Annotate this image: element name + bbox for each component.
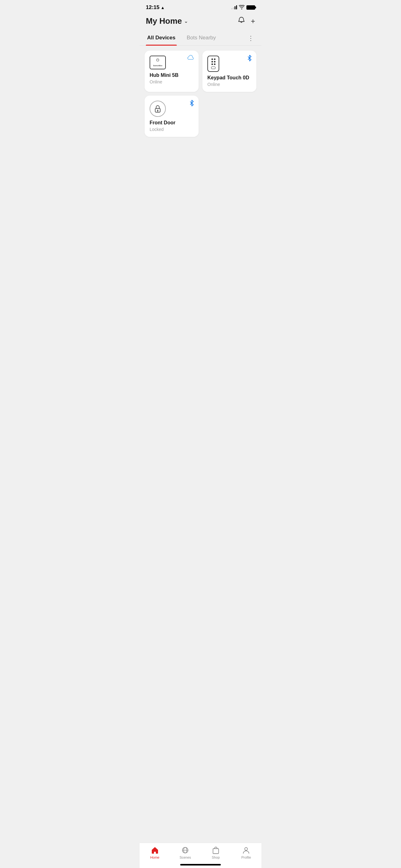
device-card-hub-mini[interactable]: SwitchBot Hub Mini 5B Online xyxy=(144,51,199,92)
hub-mini-icon-area: SwitchBot xyxy=(149,56,194,69)
bluetooth-connectivity-icon-keypad xyxy=(247,55,252,63)
chevron-down-icon: ⌄ xyxy=(184,18,188,24)
home-title-text: My Home xyxy=(146,16,182,26)
signal-strength xyxy=(231,6,237,9)
time-display: 12:15 xyxy=(146,4,159,11)
tab-bots-nearby[interactable]: Bots Nearby xyxy=(186,31,218,45)
front-door-icon-area xyxy=(149,101,194,117)
status-right-icons xyxy=(231,5,255,10)
front-door-name: Front Door xyxy=(149,120,194,126)
more-options-icon[interactable]: ⋮ xyxy=(246,32,255,44)
keypad-name: Keypad Touch 0D xyxy=(207,75,252,81)
add-device-icon[interactable]: + xyxy=(251,17,255,26)
device-card-front-door[interactable]: Front Door Locked xyxy=(144,96,199,137)
bluetooth-connectivity-icon-door xyxy=(189,100,194,108)
status-bar: 12:15 ▲ xyxy=(140,0,261,13)
battery-icon xyxy=(246,5,255,10)
hub-mini-name: Hub Mini 5B xyxy=(149,72,194,78)
header-actions: + xyxy=(238,17,255,26)
app-header: My Home ⌄ + xyxy=(140,13,261,31)
hub-mini-device-icon: SwitchBot xyxy=(149,56,166,69)
wifi-icon xyxy=(239,5,244,10)
front-door-status: Locked xyxy=(149,127,194,132)
device-tabs: All Devices Bots Nearby ⋮ xyxy=(140,31,261,45)
device-grid: SwitchBot Hub Mini 5B Online xyxy=(140,45,261,142)
tab-all-devices[interactable]: All Devices xyxy=(146,31,177,45)
hub-mini-status: Online xyxy=(149,80,194,84)
keypad-icon-area xyxy=(207,56,252,72)
home-title[interactable]: My Home ⌄ xyxy=(146,16,188,26)
keypad-status: Online xyxy=(207,82,252,87)
location-icon: ▲ xyxy=(161,5,165,10)
keypad-device-icon xyxy=(207,56,219,72)
notification-bell-icon[interactable] xyxy=(238,17,245,26)
cloud-connectivity-icon xyxy=(188,55,194,62)
lock-device-icon xyxy=(149,101,166,117)
status-time: 12:15 ▲ xyxy=(146,4,165,11)
device-card-keypad[interactable]: Keypad Touch 0D Online xyxy=(202,51,257,92)
